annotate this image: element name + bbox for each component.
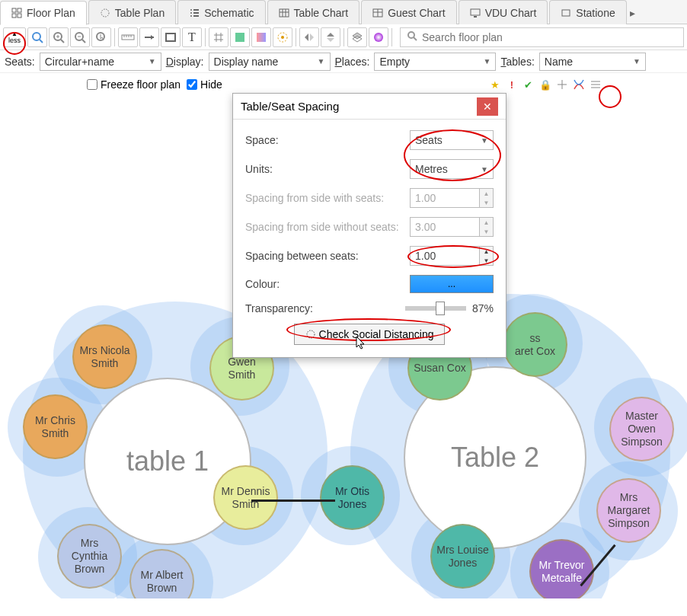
spacing-between-label: Spacing between seats: bbox=[245, 250, 359, 262]
less-label: less bbox=[8, 37, 21, 43]
tab-stationery[interactable]: Statione ▸ bbox=[549, 0, 626, 24]
transparency-slider[interactable] bbox=[405, 306, 466, 311]
guest-label: Susan Cox bbox=[414, 362, 465, 375]
zoom-out-icon[interactable] bbox=[70, 27, 90, 47]
transparency-value: 87% bbox=[472, 302, 494, 314]
space-label: Space: bbox=[245, 134, 279, 146]
svg-rect-43 bbox=[235, 33, 244, 42]
flip-h-icon[interactable] bbox=[299, 27, 319, 47]
tab-table-chart[interactable]: Table Chart bbox=[267, 0, 360, 24]
flip-v-icon[interactable] bbox=[321, 27, 340, 47]
spin-down[interactable]: ▼ bbox=[479, 256, 493, 265]
colour-button[interactable]: ... bbox=[410, 275, 494, 293]
card-icon bbox=[561, 8, 571, 18]
text-icon[interactable]: T bbox=[182, 27, 202, 47]
display-label: Display: bbox=[166, 56, 204, 68]
freeze-checkbox[interactable]: Freeze floor plan bbox=[87, 78, 181, 91]
guest-label: ssaret Cox bbox=[515, 332, 555, 358]
guest-nicola[interactable]: Mrs Nicola Smith bbox=[72, 324, 137, 389]
tab-bar: Floor Plan Table Plan Schematic Table Ch… bbox=[0, 0, 687, 24]
guest-cynthia[interactable]: Mrs Cynthia Brown bbox=[57, 524, 122, 589]
units-dropdown[interactable]: Metres▼ bbox=[410, 159, 494, 179]
monitor-icon bbox=[470, 8, 481, 18]
colour-btn-text: ... bbox=[448, 279, 455, 289]
spin-up[interactable]: ▲ bbox=[479, 247, 493, 256]
grid-icon bbox=[11, 8, 22, 18]
svg-line-26 bbox=[61, 40, 64, 43]
guest-trevor[interactable]: Mr Trevor Metcalfe bbox=[529, 539, 594, 598]
tab-floor-plan[interactable]: Floor Plan bbox=[0, 1, 87, 25]
less-button[interactable]: ▲less bbox=[3, 27, 26, 47]
tab-guest-chart[interactable]: Guest Chart bbox=[361, 0, 456, 24]
table-icon bbox=[372, 8, 383, 18]
zoom-select-icon[interactable] bbox=[91, 27, 111, 47]
tables-dropdown[interactable]: Name▼ bbox=[539, 53, 646, 71]
arrow-icon[interactable] bbox=[139, 27, 159, 47]
svg-point-54 bbox=[408, 32, 414, 38]
svg-rect-18 bbox=[471, 9, 480, 15]
gradient-icon[interactable] bbox=[251, 27, 271, 47]
svg-point-5 bbox=[190, 9, 192, 11]
svg-rect-1 bbox=[18, 8, 21, 12]
options-row: Seats: Circular+name▼ Display: Display n… bbox=[0, 50, 687, 73]
layers-icon[interactable] bbox=[347, 27, 367, 47]
display-dropdown[interactable]: Display name▼ bbox=[209, 53, 331, 71]
list-toggle-icon[interactable] bbox=[588, 77, 603, 92]
guest-otis[interactable]: Mr Otis Jones bbox=[320, 465, 385, 530]
svg-marker-49 bbox=[327, 33, 334, 37]
close-button[interactable]: ✕ bbox=[477, 97, 498, 116]
proximity-line bbox=[251, 500, 335, 502]
guest-margaret-s[interactable]: Mrs Margaret Simpson bbox=[596, 478, 661, 543]
warning-icon[interactable]: ! bbox=[504, 77, 519, 92]
spin-up: ▲ bbox=[479, 218, 493, 227]
rectangle-icon[interactable] bbox=[161, 27, 181, 47]
check-social-distancing-button[interactable]: Check Social Distancing bbox=[294, 324, 446, 345]
guest-owen[interactable]: Master Owen Simpson bbox=[609, 397, 674, 461]
proximity-icon[interactable] bbox=[571, 77, 586, 92]
tab-label: Statione bbox=[576, 7, 615, 19]
guest-louise[interactable]: Mrs Louise Jones bbox=[430, 524, 495, 589]
zoom-in-icon[interactable] bbox=[49, 27, 69, 47]
spacing-between-input[interactable]: 1.00▲▼ bbox=[410, 246, 494, 266]
guest-label: Mr Otis Jones bbox=[324, 485, 380, 511]
slider-thumb[interactable] bbox=[436, 302, 445, 315]
star-icon[interactable]: ★ bbox=[487, 77, 503, 92]
zoom-fit-icon[interactable] bbox=[27, 27, 47, 47]
guest-label: Mrs Cynthia Brown bbox=[62, 537, 117, 575]
grid-spacing-icon[interactable] bbox=[554, 77, 570, 92]
search-floor-plan[interactable] bbox=[400, 27, 684, 47]
seats-value: Circular+name bbox=[45, 56, 114, 68]
seats-dropdown[interactable]: Circular+name▼ bbox=[40, 53, 161, 71]
chevron-right-icon[interactable]: ▸ bbox=[630, 7, 635, 19]
guest-margaret-cox[interactable]: ssaret Cox bbox=[503, 312, 567, 377]
tab-label: Schematic bbox=[204, 7, 254, 19]
spacing-without-input: 3.00▲▼ bbox=[410, 217, 494, 237]
space-dropdown[interactable]: Seats▼ bbox=[410, 130, 494, 150]
fill-icon[interactable] bbox=[230, 27, 250, 47]
check-icon[interactable]: ✔ bbox=[521, 77, 536, 92]
spacing-icon[interactable] bbox=[273, 27, 292, 47]
guest-label: Master Owen Simpson bbox=[614, 410, 669, 448]
svg-rect-19 bbox=[474, 16, 477, 18]
guest-dennis[interactable]: Mr Dennis Smith bbox=[213, 465, 278, 530]
ruler-icon[interactable] bbox=[118, 27, 138, 47]
svg-marker-37 bbox=[151, 35, 154, 40]
freeze-label: Freeze floor plan bbox=[101, 78, 181, 91]
guest-chris[interactable]: Mr Chris Smith bbox=[23, 394, 88, 459]
color-wheel-icon[interactable] bbox=[369, 27, 388, 47]
tab-schematic[interactable]: Schematic bbox=[177, 0, 265, 24]
tab-label: Floor Plan bbox=[27, 7, 75, 19]
lock-icon[interactable]: 🔒 bbox=[538, 77, 553, 92]
places-dropdown[interactable]: Empty▼ bbox=[374, 53, 496, 71]
spacing-with-label: Spacing from side with seats: bbox=[245, 192, 384, 204]
colour-label: Colour: bbox=[245, 278, 280, 290]
guest-label: Mrs Margaret Simpson bbox=[601, 491, 657, 529]
search-input[interactable] bbox=[422, 31, 677, 43]
hide-checkbox[interactable]: Hide bbox=[187, 78, 222, 91]
dialog-titlebar[interactable]: Table/Seat Spacing ✕ bbox=[233, 94, 506, 120]
svg-rect-8 bbox=[193, 12, 199, 14]
tab-vdu-chart[interactable]: VDU Chart bbox=[459, 0, 548, 24]
tab-table-plan[interactable]: Table Plan bbox=[88, 0, 176, 24]
guest-label: Mrs Nicola Smith bbox=[77, 344, 133, 370]
grid-lines-icon[interactable] bbox=[209, 27, 228, 47]
